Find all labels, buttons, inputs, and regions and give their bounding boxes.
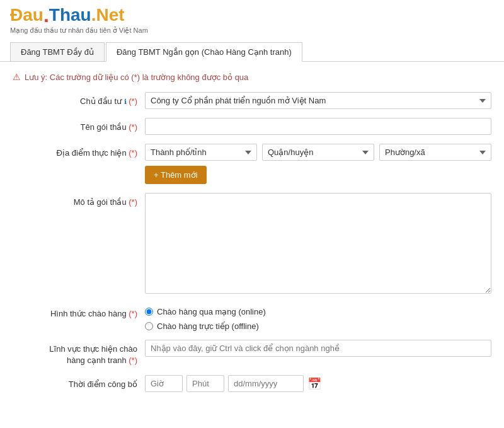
- textarea-wrapper: [145, 193, 491, 296]
- tab-short[interactable]: Đăng TBMT Ngắn gọn (Chào Hàng Cạnh tranh…: [106, 42, 302, 62]
- input-hour[interactable]: [145, 375, 183, 392]
- field-chu-dau-tu: Công ty Cổ phần phát triển nguồn mở Việt…: [145, 92, 491, 109]
- field-hinh-thuc: Chào hàng qua mạng (online) Chào hàng tr…: [145, 304, 491, 331]
- tab-full[interactable]: Đăng TBMT Đầy đủ: [10, 42, 105, 61]
- label-ten-goi-thau: Tên gói thầu (*): [13, 118, 145, 133]
- row-dia-diem: Địa điểm thực hiện (*) Thành phố/tỉnh Qu…: [13, 144, 491, 184]
- select-ward[interactable]: Phường/xã: [379, 144, 491, 161]
- field-dia-diem: Thành phố/tỉnh Quận/huyện Phường/xã + Th…: [145, 144, 491, 184]
- logo-thau: Thau: [49, 5, 91, 25]
- radio-item-offline[interactable]: Chào hàng trực tiếp (offline): [145, 321, 491, 331]
- warning-text: Lưu ý: Các trường dữ liệu có (*) là trườ…: [25, 72, 248, 82]
- select-chu-dau-tu[interactable]: Công ty Cổ phần phát triển nguồn mở Việt…: [145, 92, 491, 109]
- field-thoi-diem: 📅: [145, 375, 491, 392]
- row-linh-vuc: Lĩnh vực thực hiện chào hàng cạnh tranh …: [13, 340, 491, 366]
- input-minute[interactable]: [186, 375, 224, 392]
- label-hinh-thuc: Hình thức chào hàng (*): [13, 304, 145, 320]
- time-row: 📅: [145, 375, 491, 392]
- row-ten-goi-thau: Tên gói thầu (*): [13, 118, 491, 135]
- location-row: Thành phố/tỉnh Quận/huyện Phường/xã: [145, 144, 491, 161]
- input-ten-goi-thau[interactable]: [145, 118, 491, 135]
- row-thoi-diem: Thời điểm công bố 📅: [13, 375, 491, 392]
- form-container: ⚠ Lưu ý: Các trường dữ liệu có (*) là tr…: [0, 62, 504, 411]
- row-mo-ta: Mô tả gói thầu (*): [13, 193, 491, 296]
- info-icon-chu-dau-tu[interactable]: ℹ: [124, 98, 127, 105]
- radio-group-hinh-thuc: Chào hàng qua mạng (online) Chào hàng tr…: [145, 304, 491, 331]
- logo-dau: Đau: [10, 5, 43, 25]
- label-mo-ta: Mô tả gói thầu (*): [13, 193, 145, 208]
- radio-item-online[interactable]: Chào hàng qua mạng (online): [145, 307, 491, 316]
- header: Đau . Thau .Net Mạng đấu thầu tư nhân đầ…: [0, 0, 504, 40]
- logo-dot: .: [43, 5, 49, 25]
- input-linh-vuc[interactable]: [145, 340, 491, 357]
- warning-icon: ⚠: [13, 72, 21, 82]
- label-linh-vuc: Lĩnh vực thực hiện chào hàng cạnh tranh …: [13, 340, 145, 366]
- row-chu-dau-tu: Chủ đầu tư ℹ (*) Công ty Cổ phần phát tr…: [13, 92, 491, 109]
- label-chu-dau-tu: Chủ đầu tư ℹ (*): [13, 92, 145, 107]
- logo-net: .Net: [91, 5, 125, 25]
- logo: Đau . Thau .Net: [10, 5, 148, 25]
- field-mo-ta: [145, 193, 491, 296]
- radio-online[interactable]: [145, 308, 153, 316]
- row-hinh-thuc: Hình thức chào hàng (*) Chào hàng qua mạ…: [13, 304, 491, 331]
- select-city[interactable]: Thành phố/tỉnh: [145, 144, 257, 161]
- input-date[interactable]: [228, 375, 304, 392]
- textarea-mo-ta[interactable]: [145, 193, 491, 294]
- field-ten-goi-thau: [145, 118, 491, 135]
- select-district[interactable]: Quận/huyện: [262, 144, 374, 161]
- add-more-button[interactable]: + Thêm mới: [145, 166, 207, 184]
- field-linh-vuc: [145, 340, 491, 357]
- logo-subtitle: Mạng đấu thầu tư nhân đầu tiên ở Việt Na…: [10, 26, 148, 35]
- calendar-icon[interactable]: 📅: [307, 377, 321, 391]
- label-dia-diem: Địa điểm thực hiện (*): [13, 144, 145, 159]
- tabs: Đăng TBMT Đầy đủ Đăng TBMT Ngắn gọn (Chà…: [0, 42, 504, 62]
- label-thoi-diem: Thời điểm công bố: [13, 375, 145, 390]
- radio-offline[interactable]: [145, 322, 153, 330]
- warning-box: ⚠ Lưu ý: Các trường dữ liệu có (*) là tr…: [13, 72, 491, 82]
